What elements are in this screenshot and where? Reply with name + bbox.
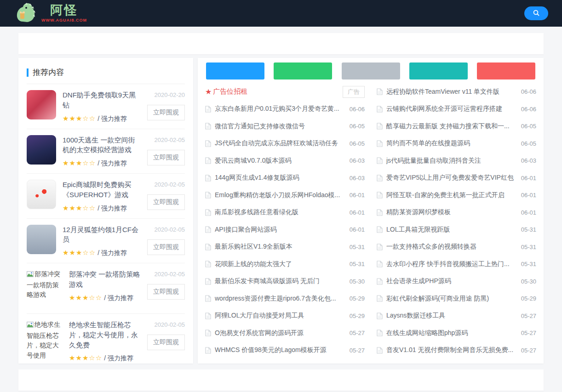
article-title[interactable]: js代码批量批量自动取消抖音关注 [386, 157, 516, 165]
article-row[interactable]: 云铺购代刷网系统全开源可运营程序搭建 06-06 [377, 101, 536, 118]
article-row[interactable]: 爱讯云商城V0.7.0版本源码 06-03 [205, 152, 365, 170]
article-title[interactable]: 云铺购代刷网系统全开源可运营程序搭建 [386, 105, 516, 113]
article-title[interactable]: LOL工具箱无限视距版 [386, 226, 516, 234]
article-row[interactable]: 144g网页生成v1.4修复版源码 06-03 [205, 170, 365, 187]
recommend-thumbnail[interactable] [27, 90, 56, 119]
article-title[interactable]: 最新伯乐发卡商城高级版源码 无后门 [215, 277, 345, 285]
article-row[interactable]: 南瓜影视多线路任意看绿化版 06-01 [205, 204, 365, 222]
article-title[interactable]: 阿怪互联-自家的免费主机第一批正式开启 [386, 191, 516, 199]
watch-now-button[interactable]: 立即围观 [147, 284, 185, 300]
article-row[interactable]: 精防某资源网织梦模板 06-01 [377, 204, 536, 222]
article-row[interactable]: Emlog重构精仿老版小刀娱乐网HFoldao模... 06-01 [205, 187, 365, 204]
recommend-thumbnail[interactable] [27, 135, 56, 165]
recommend-thumbnail[interactable] [27, 180, 56, 209]
recommend-item-side: 2020-02-05 立即围观 [145, 225, 185, 258]
document-icon [205, 261, 211, 267]
article-title[interactable]: 爱奇艺VIP5以上用户可免费发爱奇艺VIP红包 [386, 174, 516, 182]
article-title[interactable]: 酷享磁力云最新版 支持磁力搜索下载和一... [386, 122, 516, 131]
recommend-item-title[interactable]: 部落冲突 一款塔防策略游戏 [69, 269, 141, 290]
article-row[interactable]: 最新乐购社区V1.9全新版本 05-31 [205, 239, 365, 256]
star-rating-filled-icon: ★★★ [63, 159, 82, 167]
article-date: 05-29 [350, 295, 365, 302]
watch-now-button[interactable]: 立即围观 [147, 335, 185, 350]
watch-now-button[interactable]: 立即围观 [147, 105, 185, 120]
article-row[interactable]: WHMCS 价值98美元的Lagom模板开源 05-27 [205, 342, 365, 359]
article-title[interactable]: 京东白条新用户0.01元购买3个月爱奇艺黄... [215, 105, 345, 113]
article-row[interactable]: 在线生成网站缩略图php源码 05-27 [377, 324, 536, 342]
article-title[interactable]: Laysns数据迁移工具 [386, 312, 516, 320]
article-title[interactable]: 彩虹代刷全解源码(可商业用途 防黑) [386, 295, 516, 303]
article-title[interactable]: 精防某资源网织梦模板 [386, 208, 516, 216]
article-title[interactable]: 一款支持格式众多的视频转换器 [386, 243, 516, 251]
rating-label: 强力推荐 [108, 354, 133, 362]
recommend-thumbnail[interactable] [27, 225, 56, 254]
article-title[interactable]: 远程协助软件TeamViewer v11 单文件版 [386, 88, 516, 96]
watch-now-button[interactable]: 立即围观 [147, 239, 185, 255]
article-title[interactable]: API接口聚合网站源码 [215, 226, 345, 234]
article-row[interactable]: LOL工具箱无限视距版 05-31 [377, 221, 536, 239]
search-button[interactable] [524, 6, 548, 20]
document-icon [377, 347, 383, 354]
category-button[interactable] [274, 62, 332, 80]
article-row[interactable]: 酷享磁力云最新版 支持磁力搜索下载和一... 06-05 [377, 118, 536, 135]
article-row[interactable]: 简约而不简单的在线搜题源码 06-05 [377, 135, 536, 153]
article-row[interactable]: O泡易支付系统官网的源码开源 05-27 [205, 324, 365, 342]
article-title[interactable]: O泡易支付系统官网的源码开源 [215, 329, 345, 337]
watch-now-button[interactable]: 立即围观 [147, 194, 185, 210]
article-title[interactable]: 阿狸LOL大厅自动接受对局工具 [215, 312, 345, 320]
article-title[interactable]: 去水印小程序 快手抖音视频搬运工上热门... [386, 260, 516, 268]
article-row[interactable]: 最新伯乐发卡商城高级版源码 无后门 05-30 [205, 273, 365, 290]
article-title[interactable]: wordpress资源付费主题ripro6.7含美化包... [215, 295, 345, 303]
article-row[interactable]: 远程协助软件TeamViewer v11 单文件版 06-06 [377, 83, 536, 101]
recommend-item-title[interactable]: DNF助手免费领取9天黑钻 [63, 90, 141, 110]
article-title[interactable]: 在线生成网站缩略图php源码 [386, 329, 516, 337]
ad-rental-link[interactable]: 广告位招租 [213, 87, 343, 96]
recommend-item-title[interactable]: 1000天逃生 一款空间街机的太空模拟经营游戏 [63, 135, 141, 155]
recommend-item-body: 绝地求生智能压枪芯片，稳定大号使用，永久免费 ★★★☆☆ / 强力推荐 [63, 320, 145, 363]
article-title[interactable]: WHMCS 价值98美元的Lagom模板开源 [215, 346, 345, 354]
article-row[interactable]: 社会语录生成PHP源码 05-30 [377, 273, 536, 290]
recommend-item-rating: ★★★☆☆ / 强力推荐 [63, 159, 141, 168]
article-title[interactable]: 社会语录生成PHP源码 [386, 277, 516, 285]
article-title[interactable]: 花呗新上线的功能太强大了 [215, 260, 345, 268]
category-button[interactable] [342, 62, 400, 80]
article-row[interactable]: JS代码全自动完成京东品牌狂欢城活动任务 06-05 [205, 135, 365, 153]
article-title[interactable]: 简约而不简单的在线搜题源码 [386, 139, 516, 148]
article-row[interactable]: 阿怪互联-自家的免费主机第一批正式开启 06-01 [377, 187, 536, 204]
broken-image-thumbnail[interactable]: 绝地求生智能压枪芯片，稳定大号使用 [27, 320, 63, 358]
article-row[interactable]: 阿狸LOL大厅自动接受对局工具 05-29 [205, 307, 365, 325]
article-title[interactable]: JS代码全自动完成京东品牌狂欢城活动任务 [215, 139, 345, 148]
article-list-left: 京东白条新用户0.01元购买3个月爱奇艺黄... 06-06 微信官方通知已支持… [205, 101, 365, 359]
recommend-item-title[interactable]: 绝地求生智能压枪芯片，稳定大号使用，永久免费 [69, 320, 141, 350]
category-button[interactable] [409, 62, 468, 80]
article-title[interactable]: 微信官方通知已支持修改微信号 [215, 122, 345, 131]
category-button[interactable] [206, 62, 264, 80]
article-row[interactable]: 彩虹代刷全解源码(可商业用途 防黑) 05-29 [377, 290, 536, 307]
article-row[interactable]: 花呗新上线的功能太强大了 05-31 [205, 256, 365, 273]
article-row[interactable]: 音友V1.01 无视付费限制全网音乐无损免费... 05-27 [377, 342, 536, 359]
article-title[interactable]: 南瓜影视多线路任意看绿化版 [215, 208, 345, 216]
watch-now-button[interactable]: 立即围观 [147, 150, 185, 165]
article-row[interactable]: API接口聚合网站源码 06-01 [205, 221, 365, 239]
article-title[interactable]: 144g网页生成v1.4修复版源码 [215, 174, 345, 182]
category-button[interactable] [477, 62, 535, 80]
article-row[interactable]: 一款支持格式众多的视频转换器 05-31 [377, 239, 536, 256]
article-title[interactable]: Emlog重构精仿老版小刀娱乐网HFoldao模... [215, 191, 345, 199]
article-row[interactable]: wordpress资源付费主题ripro6.7含美化包... 05-29 [205, 290, 365, 307]
article-row[interactable]: 京东白条新用户0.01元购买3个月爱奇艺黄... 06-06 [205, 101, 365, 118]
recommend-item-title[interactable]: Epic商城限时免费购买《SUPERHOT》游戏 [63, 180, 141, 200]
document-icon [377, 175, 383, 182]
site-logo[interactable]: 阿怪 WWW.AGUAI8.COM [14, 1, 87, 25]
article-row[interactable]: 爱奇艺VIP5以上用户可免费发爱奇艺VIP红包 06-01 [377, 170, 536, 187]
broken-image-thumbnail[interactable]: 部落冲突 一款塔防策略游戏 [27, 269, 63, 308]
article-title[interactable]: 爱讯云商城V0.7.0版本源码 [215, 157, 345, 165]
article-title[interactable]: 音友V1.01 无视付费限制全网音乐无损免费... [386, 346, 516, 354]
article-row[interactable]: js代码批量批量自动取消抖音关注 06-03 [377, 152, 536, 170]
recommend-item-rating: ★★★☆☆ / 强力推荐 [63, 114, 141, 123]
recommend-item-title[interactable]: 12月灵狐签约领1月CF会员 [63, 225, 141, 245]
article-title[interactable]: 最新乐购社区V1.9全新版本 [215, 243, 345, 251]
article-row[interactable]: 去水印小程序 快手抖音视频搬运工上热门... 05-31 [377, 256, 536, 273]
article-row[interactable]: Laysns数据迁移工具 05-27 [377, 307, 536, 325]
recommend-item: 12月灵狐签约领1月CF会员 ★★★☆☆ / 强力推荐 2020-02-05 立… [27, 219, 185, 264]
article-row[interactable]: 微信官方通知已支持修改微信号 06-05 [205, 118, 365, 135]
